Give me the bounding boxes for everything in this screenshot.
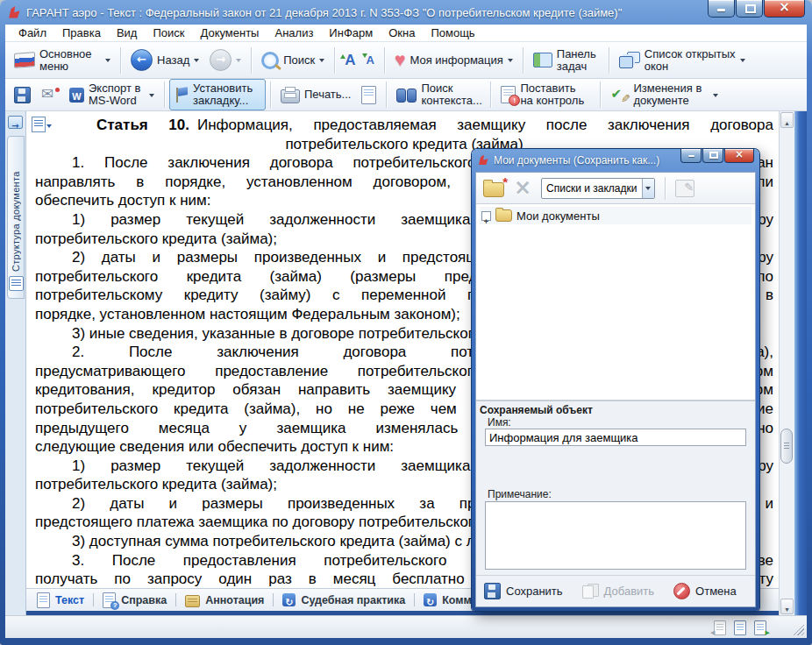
window-resize-grip[interactable] (792, 623, 804, 635)
window-right-border (794, 111, 807, 615)
document-changes-button[interactable]: Изменения в документе (605, 80, 723, 110)
word-icon (69, 88, 84, 103)
folder-tree: Мои документы (476, 204, 755, 400)
document-scrollbar[interactable] (779, 111, 794, 615)
app-logo-icon (7, 5, 21, 19)
menu-item-file[interactable]: Файл (11, 25, 54, 41)
name-label: Имя: (488, 416, 511, 429)
menu-item-view[interactable]: Вид (109, 25, 146, 41)
toolbar-separator (270, 82, 271, 108)
menu-item-analysis[interactable]: Анализ (267, 25, 321, 41)
toolbar-separator (609, 47, 609, 74)
list-type-select[interactable]: Списки и закладки (541, 178, 655, 199)
next-document-icon[interactable] (754, 620, 766, 635)
cancel-icon (673, 583, 690, 599)
print-preview-button[interactable] (356, 83, 381, 107)
menu-item-edit[interactable]: Правка (54, 25, 109, 41)
set-control-button[interactable]: Поставить на контроль (495, 80, 595, 110)
folder-icon (495, 209, 512, 222)
set-bookmark-button[interactable]: Установить закладку... (169, 79, 266, 110)
previous-document-icon[interactable] (714, 620, 726, 635)
toolbar-separator (164, 82, 165, 108)
dialog-buttons: Сохранить Добавить Отмена (476, 575, 755, 606)
dialog-maximize-button[interactable] (702, 149, 723, 163)
toolbar-separator (490, 82, 491, 108)
dialog-body: Списки и закладки Мои документы Сохраняе… (475, 172, 756, 607)
dialog-minimize-button[interactable] (680, 149, 702, 163)
section-title: Сохраняемый объект (480, 404, 593, 416)
binoculars-icon (396, 89, 417, 102)
chevron-down-icon (149, 94, 154, 100)
tab-annotation[interactable]: Аннотация (185, 593, 264, 607)
scroll-down-button[interactable] (780, 599, 794, 614)
minimize-button[interactable] (708, 0, 735, 18)
delete-button[interactable] (514, 179, 531, 198)
scrollbar-track[interactable] (780, 127, 794, 599)
toolbar-separator (251, 47, 252, 74)
tab-document-structure[interactable]: Структура документа (7, 136, 25, 299)
close-button[interactable] (764, 0, 805, 18)
main-menu-button[interactable]: Основное меню (9, 46, 116, 75)
cancel-button[interactable]: Отмена (673, 583, 737, 599)
send-mail-button[interactable] (36, 84, 64, 105)
note-input[interactable] (485, 501, 746, 570)
open-windows-button[interactable]: Список открытых окон (614, 46, 751, 75)
status-bar (5, 615, 807, 638)
dialog-title: Мои документы (Сохранить как...) (494, 154, 680, 167)
chevron-down-icon (508, 59, 513, 65)
sync-icon (424, 593, 437, 606)
dialog-title-bar[interactable]: Мои документы (Сохранить как...) (472, 149, 759, 171)
document-structure-icon (9, 276, 24, 291)
maximize-button[interactable] (736, 0, 763, 18)
font-increase-button[interactable] (339, 50, 360, 71)
search-button[interactable]: Поиск (256, 49, 330, 72)
menu-item-infarm[interactable]: ИнФарм (321, 25, 381, 41)
windows-stack-icon (619, 52, 640, 68)
tab-separator (414, 593, 415, 606)
new-folder-button[interactable] (483, 182, 504, 197)
note-label: Примечание: (488, 488, 552, 500)
chevron-down-icon (713, 94, 718, 100)
tab-separator (93, 593, 94, 606)
font-decrease-button[interactable] (361, 49, 380, 71)
toolbar-separator (600, 82, 601, 108)
menu-item-help[interactable]: Помощь (423, 25, 482, 41)
find-context-button[interactable]: Поиск контекста... (391, 80, 486, 110)
export-word-button[interactable]: Экспорт в MS-Word (64, 80, 160, 110)
current-document-icon[interactable] (734, 620, 746, 635)
page-preview-icon (361, 86, 376, 104)
scroll-up-button[interactable] (780, 112, 794, 128)
menu-item-search[interactable]: Поиск (145, 25, 192, 41)
menu-item-windows[interactable]: Окна (381, 25, 423, 41)
text-page-icon (37, 592, 50, 608)
toolbar-separator (386, 82, 387, 108)
back-button[interactable]: Назад (125, 46, 204, 74)
toolbar-separator (334, 47, 335, 74)
expand-panel-button[interactable] (8, 116, 23, 132)
title-bar[interactable]: ГАРАНТ аэро - Текст : Федеральный закон … (0, 0, 812, 25)
add-button[interactable]: Добавить (582, 584, 654, 599)
forward-icon (210, 49, 231, 71)
print-button[interactable]: Печать... (275, 83, 356, 106)
expand-node-icon[interactable] (481, 211, 491, 221)
bookmark-flag-icon (175, 87, 189, 103)
dialog-window-controls (680, 149, 754, 163)
tree-item-my-documents[interactable]: Мои документы (480, 207, 751, 224)
my-information-button[interactable]: Моя информация (389, 48, 518, 72)
combo-arrow-button[interactable] (642, 179, 655, 198)
task-panel-button[interactable]: Панель задач (528, 46, 604, 75)
name-input[interactable] (485, 429, 746, 446)
tab-help[interactable]: Справка (103, 592, 167, 608)
edit-button[interactable] (675, 180, 694, 197)
menu-item-documents[interactable]: Документы (192, 25, 267, 41)
add-pages-icon (582, 584, 599, 599)
save-button[interactable]: Сохранить (484, 583, 563, 599)
scrollbar-thumb[interactable] (780, 429, 793, 464)
tab-court-practice[interactable]: Судебная практика (282, 593, 405, 606)
dialog-close-button[interactable] (724, 149, 754, 163)
save-document-button[interactable] (9, 84, 36, 106)
window-title: ГАРАНТ аэро - Текст : Федеральный закон … (26, 6, 622, 19)
forward-button[interactable] (204, 46, 246, 74)
tab-text[interactable]: Текст (37, 592, 84, 608)
help-page-icon (103, 592, 116, 608)
